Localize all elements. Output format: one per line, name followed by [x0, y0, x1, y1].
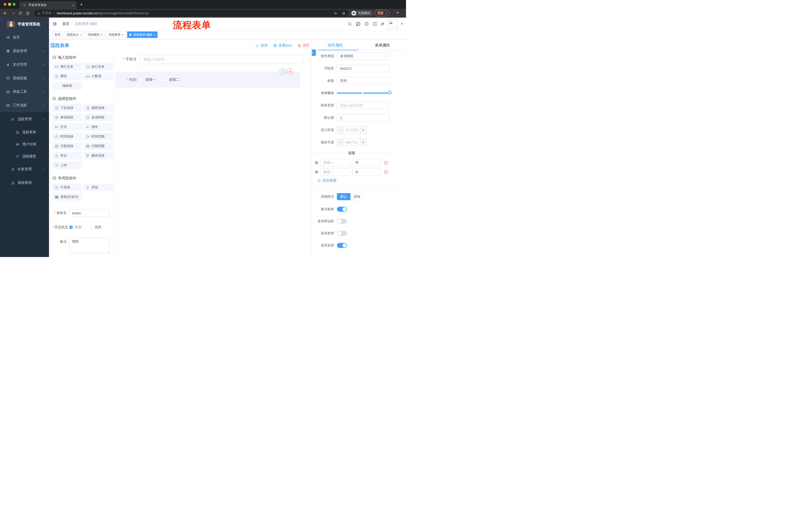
palette-item-rate[interactable]: 评分: [52, 152, 82, 159]
stepper-minus-button[interactable]: −: [337, 127, 344, 134]
sidebar-item-process-mgmt[interactable]: 流程管理: [0, 112, 49, 126]
add-option-button[interactable]: 添加选项: [317, 178, 406, 183]
gender-checkbox-option2[interactable]: 选项二: [163, 77, 179, 82]
canvas-field-phone[interactable]: 手机号: [114, 55, 303, 64]
grid-slider[interactable]: [337, 89, 390, 97]
drag-handle-icon[interactable]: [315, 161, 319, 165]
component-type-select[interactable]: 多选框组: [337, 52, 390, 60]
form-canvas[interactable]: 手机号 性别 选项一 选项二: [114, 51, 312, 257]
palette-item-button[interactable]: 按钮: [83, 184, 113, 191]
palette-item-slider[interactable]: 滑块: [83, 123, 113, 131]
tab-form-props[interactable]: 表单属性: [359, 40, 406, 50]
sidebar-item-infra[interactable]: 基础设施: [0, 72, 49, 85]
search-icon[interactable]: [347, 22, 352, 26]
kebab-menu-icon[interactable]: [384, 11, 388, 15]
home-icon[interactable]: [26, 11, 30, 15]
bookmark-star-icon[interactable]: [342, 11, 346, 15]
palette-item-select[interactable]: 下拉选择: [52, 104, 82, 112]
sidebar-item-system[interactable]: 系统管理: [0, 44, 49, 58]
stepper-plus-button[interactable]: +: [360, 139, 366, 146]
tag-close-icon[interactable]: ×: [153, 33, 155, 36]
toolbar-dropdown-caret-icon[interactable]: [397, 12, 399, 13]
clear-button[interactable]: 清空: [297, 43, 310, 48]
window-minimize-button[interactable]: [8, 3, 11, 6]
min-select-stepper[interactable]: − 至少应选 +: [337, 126, 367, 134]
window-zoom-button[interactable]: [12, 3, 16, 6]
default-value-input[interactable]: [337, 114, 390, 121]
option2-label-input[interactable]: [320, 168, 351, 176]
tag-home[interactable]: 首页: [52, 31, 63, 38]
palette-item-editor[interactable]: 编辑器: [52, 82, 82, 89]
min-select-value[interactable]: 至少应选: [344, 127, 360, 134]
view-json-button[interactable]: 查看json: [273, 43, 292, 48]
link-anchor-button[interactable]: [312, 50, 316, 56]
password-key-icon[interactable]: [334, 11, 338, 15]
breadcrumb-home[interactable]: 首页: [62, 22, 69, 26]
palette-item-password[interactable]: 密码: [52, 73, 82, 80]
address-bar[interactable]: 不安全 dashboard.yudao.iocoder.cn/bpm/manag…: [34, 10, 349, 17]
option2-value-input[interactable]: [352, 168, 381, 176]
required-toggle[interactable]: [337, 243, 347, 248]
help-question-icon[interactable]: [364, 22, 369, 26]
github-icon[interactable]: [356, 22, 360, 26]
stepper-plus-button[interactable]: +: [360, 127, 366, 134]
form-name-input[interactable]: [69, 209, 110, 217]
stepper-minus-button[interactable]: −: [337, 139, 344, 146]
avatar[interactable]: [388, 19, 397, 29]
drag-handle-icon[interactable]: [315, 170, 319, 174]
sidebar-item-workflow[interactable]: 工作流程: [0, 99, 49, 112]
slider-handle[interactable]: [388, 91, 392, 94]
phone-field-input[interactable]: [140, 55, 303, 64]
palette-item-switch[interactable]: 开关: [52, 123, 82, 131]
tab-close-icon[interactable]: ×: [72, 3, 75, 7]
save-button[interactable]: 保存: [256, 43, 267, 48]
field-name-input[interactable]: [337, 64, 390, 72]
palette-item-row-container[interactable]: 行容器: [52, 184, 82, 191]
browser-tab[interactable]: 芋道管理系统 ×: [19, 1, 77, 9]
tag-close-icon[interactable]: ×: [101, 33, 102, 36]
font-size-icon[interactable]: tT: [381, 22, 384, 26]
new-tab-button[interactable]: +: [80, 2, 83, 7]
collapse-sidebar-icon[interactable]: [52, 22, 57, 26]
title-input[interactable]: [337, 77, 390, 84]
option1-label-input[interactable]: [320, 159, 351, 166]
remove-option-button[interactable]: [384, 170, 388, 174]
sidebar-item-leave-query[interactable]: 请假查询: [0, 176, 49, 190]
tag-process-definition[interactable]: 流程定义×: [64, 31, 84, 38]
palette-item-cascader[interactable]: 级联选择: [83, 104, 113, 112]
avatar-dropdown-caret-icon[interactable]: [401, 23, 403, 25]
palette-item-counter[interactable]: 123计数器: [83, 73, 113, 80]
update-browser-button[interactable]: 更新: [374, 10, 389, 16]
remove-option-button[interactable]: [384, 161, 388, 165]
fullscreen-icon[interactable]: [373, 22, 377, 26]
sidebar-item-payment[interactable]: ¥ 支付管理: [0, 58, 49, 72]
sidebar-item-process-model[interactable]: 流程模型: [0, 151, 49, 162]
option1-value-input[interactable]: [352, 159, 381, 166]
palette-item-table[interactable]: 表格[开发中]: [52, 193, 82, 201]
palette-item-text-input[interactable]: 单行文本: [52, 63, 82, 71]
style-button-button[interactable]: 按钮: [350, 193, 364, 200]
palette-item-date-range[interactable]: 日期范围: [83, 142, 113, 150]
palette-item-checkbox-group[interactable]: 多选框组: [83, 114, 113, 121]
gender-checkbox-option1[interactable]: 选项一: [140, 77, 156, 82]
border-toggle[interactable]: [337, 219, 347, 224]
disabled-toggle[interactable]: [337, 231, 347, 236]
tag-close-icon[interactable]: ×: [122, 33, 123, 36]
max-select-stepper[interactable]: − 最多可选 +: [337, 139, 367, 146]
back-icon[interactable]: [3, 11, 7, 15]
palette-item-color-picker[interactable]: 颜色选择: [83, 152, 113, 159]
sidebar-item-devtools[interactable]: 研发工具: [0, 85, 49, 99]
max-select-value[interactable]: 最多可选: [344, 139, 360, 146]
sidebar-item-user-group[interactable]: 用户分组: [0, 138, 49, 151]
reload-icon[interactable]: [18, 11, 22, 15]
palette-item-date-picker[interactable]: 日期选择: [52, 142, 82, 150]
form-remark-textarea[interactable]: [69, 238, 110, 253]
tag-process-model[interactable]: 流程模型×: [85, 31, 105, 38]
show-label-toggle[interactable]: [337, 207, 347, 212]
style-default-button[interactable]: 默认: [337, 193, 350, 200]
palette-item-time-picker[interactable]: 时间选择: [52, 133, 82, 140]
duplicate-component-button[interactable]: [280, 69, 286, 75]
sidebar-item-task-mgmt[interactable]: 任务管理: [0, 162, 49, 176]
palette-item-radio-group[interactable]: 单选框组: [52, 114, 82, 121]
sidebar-item-process-form[interactable]: 流程表单: [0, 126, 49, 138]
